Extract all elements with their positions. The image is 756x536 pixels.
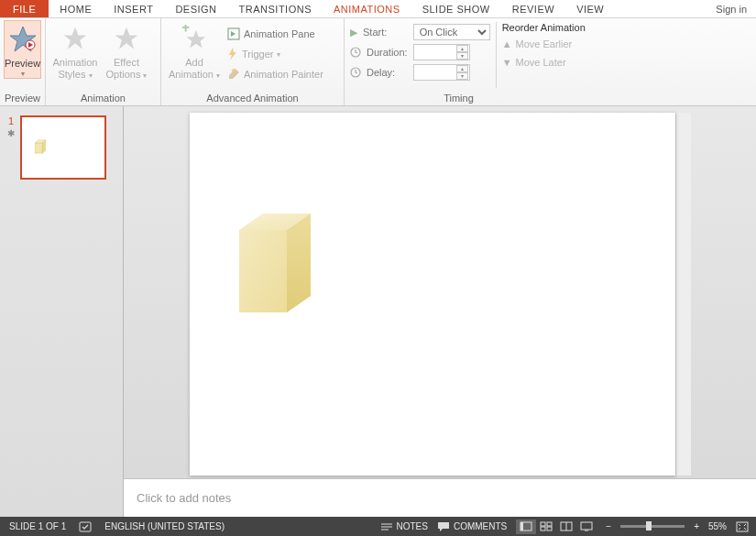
spellcheck-icon[interactable] <box>79 521 92 532</box>
clock-icon <box>350 67 361 78</box>
tab-bar: FILE HOME INSERT DESIGN TRANSITIONS ANIM… <box>0 0 756 18</box>
view-slideshow-button[interactable] <box>576 520 597 534</box>
svg-marker-20 <box>287 213 311 312</box>
move-later-button[interactable]: ▼ Move Later <box>502 53 586 71</box>
language-indicator[interactable]: ENGLISH (UNITED STATES) <box>104 521 225 531</box>
group-label-advanced: Advanced Animation <box>161 92 344 105</box>
spinner-up[interactable]: ▴ <box>456 45 468 52</box>
svg-marker-18 <box>239 230 287 312</box>
play-icon: ▶ <box>350 27 357 38</box>
svg-rect-28 <box>547 522 552 526</box>
svg-rect-7 <box>185 25 187 32</box>
cube-shape-icon <box>33 139 48 154</box>
spinner-up[interactable]: ▴ <box>456 65 468 72</box>
tab-home[interactable]: HOME <box>49 0 103 17</box>
zoom-out-button[interactable]: − <box>606 521 611 531</box>
notes-pane[interactable]: Click to add notes <box>124 478 756 517</box>
svg-marker-9 <box>231 31 236 37</box>
svg-rect-30 <box>547 527 552 531</box>
svg-marker-3 <box>64 27 87 49</box>
arrow-down-icon: ▼ <box>502 57 512 68</box>
tab-slideshow[interactable]: SLIDE SHOW <box>411 0 501 17</box>
notes-toggle-label: NOTES <box>397 521 428 531</box>
comments-toggle[interactable]: COMMENTS <box>437 521 507 532</box>
svg-rect-26 <box>520 522 523 531</box>
sign-in-link[interactable]: Sign in <box>707 0 756 17</box>
add-star-icon <box>181 22 208 55</box>
tab-review[interactable]: REVIEW <box>501 0 565 17</box>
effect-options-button[interactable]: Effect Options ▾ <box>101 20 152 82</box>
svg-rect-27 <box>541 522 545 526</box>
tab-transitions[interactable]: TRANSITIONS <box>228 0 323 17</box>
preview-label: Preview <box>5 58 40 70</box>
duration-label: Duration: <box>367 47 408 58</box>
delay-row: Delay: <box>350 62 408 82</box>
chevron-down-icon: ▾ <box>21 70 25 78</box>
svg-marker-4 <box>115 27 138 49</box>
zoom-level[interactable]: 55% <box>708 521 727 531</box>
ribbon: Preview ▾ Preview Animation Styles ▾ Eff… <box>0 18 756 106</box>
svg-marker-15 <box>35 143 42 153</box>
star-icon <box>114 22 139 55</box>
start-select[interactable]: On Click <box>413 24 490 40</box>
animation-pane-label: Animation Pane <box>244 28 315 39</box>
tab-view[interactable]: VIEW <box>565 0 615 17</box>
svg-rect-21 <box>80 522 91 531</box>
preview-button[interactable]: Preview ▾ <box>4 20 41 79</box>
notes-toggle[interactable]: NOTES <box>380 521 428 532</box>
tab-insert[interactable]: INSERT <box>103 0 164 17</box>
delay-label: Delay: <box>367 67 395 78</box>
preview-star-icon <box>8 23 38 56</box>
start-label: Start: <box>363 27 387 38</box>
spinner-down[interactable]: ▾ <box>456 72 468 80</box>
animation-indicator-icon: ✱ <box>7 128 15 138</box>
arrow-up-icon: ▲ <box>502 38 512 49</box>
trigger-label: Trigger <box>242 49 273 60</box>
svg-marker-10 <box>229 48 236 60</box>
fit-window-icon[interactable] <box>736 521 749 532</box>
slide-indicator: SLIDE 1 OF 1 <box>9 521 66 531</box>
thumbnail-pane[interactable]: 1 ✱ <box>0 106 124 517</box>
move-earlier-label: Move Earlier <box>516 38 573 49</box>
add-animation-button[interactable]: Add Animation ▾ <box>165 20 224 82</box>
view-reading-button[interactable] <box>556 520 576 534</box>
comments-toggle-label: COMMENTS <box>454 521 507 531</box>
duration-row: Duration: <box>350 42 408 62</box>
move-later-label: Move Later <box>516 57 566 68</box>
group-label-timing: Timing <box>345 92 756 105</box>
effect-options-label: Effect Options ▾ <box>106 57 148 82</box>
tab-design[interactable]: DESIGN <box>164 0 227 17</box>
lightning-icon <box>227 48 238 60</box>
star-icon <box>62 22 88 55</box>
slide-stage[interactable] <box>124 106 756 478</box>
tab-file[interactable]: FILE <box>0 0 49 17</box>
cube-shape[interactable] <box>237 212 312 314</box>
animation-painter-label: Animation Painter <box>244 69 323 80</box>
vertical-scrollbar[interactable] <box>675 113 691 476</box>
zoom-in-button[interactable]: + <box>694 521 699 531</box>
spinner-down[interactable]: ▾ <box>456 52 468 60</box>
svg-rect-35 <box>737 522 748 531</box>
animation-painter-button[interactable]: Animation Painter <box>224 64 327 84</box>
animation-styles-button[interactable]: Animation Styles ▾ <box>49 20 101 82</box>
brush-icon <box>227 68 240 81</box>
slide-canvas[interactable] <box>190 113 675 476</box>
view-normal-button[interactable] <box>516 520 536 534</box>
workspace: 1 ✱ <box>0 106 756 517</box>
view-sorter-button[interactable] <box>536 520 556 534</box>
add-animation-label: Add Animation ▾ <box>169 57 220 82</box>
move-earlier-button[interactable]: ▲ Move Earlier <box>502 35 586 53</box>
zoom-slider[interactable] <box>620 525 685 528</box>
zoom-slider-thumb[interactable] <box>646 521 652 531</box>
svg-marker-5 <box>187 30 206 49</box>
group-label-animation: Animation <box>46 92 160 105</box>
group-label-preview: Preview <box>0 92 45 105</box>
slide-number: 1 <box>8 115 14 126</box>
animation-pane-button[interactable]: Animation Pane <box>224 24 327 44</box>
trigger-button[interactable]: Trigger ▾ <box>224 44 327 64</box>
notes-placeholder: Click to add notes <box>137 491 231 505</box>
slide-thumbnail[interactable] <box>20 115 106 180</box>
reorder-heading: Reorder Animation <box>502 22 586 33</box>
tab-animations[interactable]: ANIMATIONS <box>323 0 411 17</box>
notes-icon <box>380 521 393 532</box>
